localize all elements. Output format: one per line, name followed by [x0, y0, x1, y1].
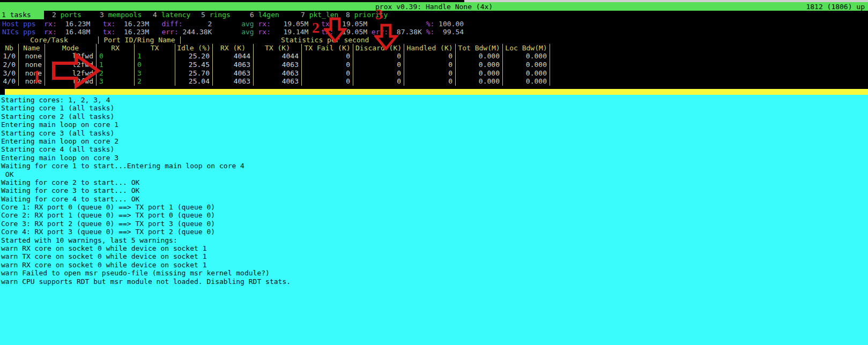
host-stat-segment: rx:	[36, 20, 57, 28]
column-header: TX Fail (K)	[302, 44, 353, 52]
nics-stat-segment: avg	[241, 28, 254, 36]
column-header: Tot Bdw(M)	[456, 44, 503, 52]
log-line: Starting core 3 (all tasks)	[1, 129, 291, 137]
tab-label: ports	[56, 11, 81, 19]
group-separator	[98, 36, 99, 44]
log-line: Entering main loop on core 1	[1, 121, 291, 129]
host-stat-segment: Host pps	[2, 20, 36, 28]
table-cell: 0	[302, 52, 353, 61]
table-cell: 1	[135, 52, 175, 61]
table-cell: 0.000	[456, 61, 503, 69]
annotation-label-3: 3	[375, 6, 383, 23]
table-cell: 0	[302, 61, 353, 69]
table-cell: 0.000	[503, 52, 550, 61]
host-stat-segment: 2	[183, 20, 212, 28]
host-stat-segment: rx:	[254, 20, 271, 28]
tab-number: 6	[250, 11, 254, 19]
table-cell: 4063	[213, 69, 254, 78]
column-header: Mode	[45, 44, 97, 52]
log-line: warn RX core on socket 0 while device on…	[1, 261, 291, 269]
table-cell: 0	[353, 52, 404, 61]
table-cell: none	[19, 52, 45, 61]
host-stat-segment: avg	[241, 20, 254, 28]
separator-bar	[0, 89, 868, 95]
table-cell: 4044	[213, 52, 254, 61]
table-cell: 4063	[213, 61, 254, 69]
table-group-header-row: Core/Task Port ID/Ring Name Statistics p…	[0, 36, 557, 44]
group-header-core-task: Core/Task	[0, 36, 98, 44]
table-cell: 4063	[254, 77, 302, 86]
table-cell: 0	[353, 77, 404, 86]
table-cell: 4044	[254, 52, 302, 61]
nics-stat-segment: NICs pps	[2, 28, 36, 36]
log-line: warn TX core on socket 0 while device on…	[1, 252, 291, 260]
tab-tasks[interactable]: 1 tasks	[0, 11, 44, 19]
table-cell: 2/0	[0, 61, 19, 69]
tab-number: 2	[52, 11, 56, 19]
tab-label: tasks	[6, 11, 31, 19]
log-line: Starting core 4 (all tasks)	[1, 145, 291, 153]
host-stat-segment: 16.23M	[57, 20, 91, 28]
table-cell: 25.70	[175, 69, 213, 78]
log-line: Waiting for core 4 to start... OK	[1, 195, 291, 203]
column-header: Handled (K)	[404, 44, 456, 52]
nics-stat-segment: err:	[149, 28, 179, 36]
table-header-row: NbNameModeRXTXIdle (%)RX (K)TX (K)TX Fai…	[0, 44, 557, 52]
host-stat-segment: 19.05M	[271, 20, 308, 28]
nics-stat-segment: 19.14M	[271, 28, 308, 36]
tab-latency[interactable]: 4 latency	[153, 11, 190, 19]
nics-stat-segment: 16.23M	[115, 28, 149, 36]
table-cell: 0	[302, 77, 353, 86]
host-stat-segment: 100.00	[434, 20, 464, 28]
tab-rings[interactable]: 5 rings	[201, 11, 231, 19]
log-line: Starting core 1 (all tasks)	[1, 104, 291, 112]
table-cell: 4063	[213, 77, 254, 86]
table-cell: 0	[404, 52, 456, 61]
tab-label: mempools	[104, 11, 142, 19]
log-line: Core 1: RX port 0 (queue 0) ==> TX port …	[1, 203, 291, 211]
log-line: warn CPU supports RDT but msr module not…	[1, 278, 291, 286]
nics-stat-segment	[212, 28, 241, 36]
log-line: warn Failed to open msr pseudo-file (mis…	[1, 269, 291, 277]
table-cell: 0.000	[456, 77, 503, 86]
console-output-area: Starting cores: 1, 2, 3, 4Starting core …	[0, 95, 868, 345]
log-line: Core 3: RX port 2 (queue 0) ==> TX port …	[1, 220, 291, 228]
annotation-label-1: 1	[32, 66, 41, 87]
column-header: TX (K)	[254, 44, 302, 52]
nics-stat-segment: rx:	[36, 28, 57, 36]
table-cell: 0.000	[503, 69, 550, 78]
column-header: Name	[19, 44, 45, 52]
table-cell: 4063	[254, 69, 302, 78]
tab-number: 3	[100, 11, 104, 19]
tab-number: 1	[2, 11, 6, 19]
tab-label: latency	[157, 11, 191, 19]
column-header: Nb	[0, 44, 19, 52]
uptime-counter: 1812 (1806) up	[806, 3, 865, 11]
tab-l4gen[interactable]: 6 l4gen	[250, 11, 279, 19]
annotation-arrow-1-right-icon	[51, 52, 102, 91]
table-cell: 25.20	[175, 52, 213, 61]
table-cell: 0.000	[456, 69, 503, 78]
tab-number: 7	[301, 11, 305, 19]
tab-number: 4	[153, 11, 157, 19]
log-line: Starting cores: 1, 2, 3, 4	[1, 96, 291, 104]
table-cell: 4/0	[0, 77, 19, 86]
table-cell: 3/0	[0, 69, 19, 78]
table-cell: 3	[135, 69, 175, 78]
column-header: Idle (%)	[175, 44, 213, 52]
host-stat-segment: %:	[426, 20, 435, 28]
log-line: OK	[1, 170, 291, 178]
prox-terminal: prox v0.39: Handle None (4x) 1812 (1806)…	[0, 0, 868, 345]
annotation-label-2: 2	[312, 19, 320, 36]
table-cell: 2	[135, 77, 175, 86]
table-cell: 25.45	[175, 61, 213, 69]
column-header: Loc Bdw(M)	[503, 44, 550, 52]
title-bar: prox v0.39: Handle None (4x) 1812 (1806)…	[0, 2, 868, 11]
column-header: RX	[97, 44, 135, 52]
tab-ports[interactable]: 2 ports	[52, 11, 81, 19]
nics-stat-segment: 99.54	[434, 28, 464, 36]
console-log: Starting cores: 1, 2, 3, 4Starting core …	[1, 96, 291, 286]
table-cell: 0	[353, 61, 404, 69]
log-line: Starting core 2 (all tasks)	[1, 112, 291, 121]
tab-mempools[interactable]: 3 mempools	[100, 11, 142, 19]
